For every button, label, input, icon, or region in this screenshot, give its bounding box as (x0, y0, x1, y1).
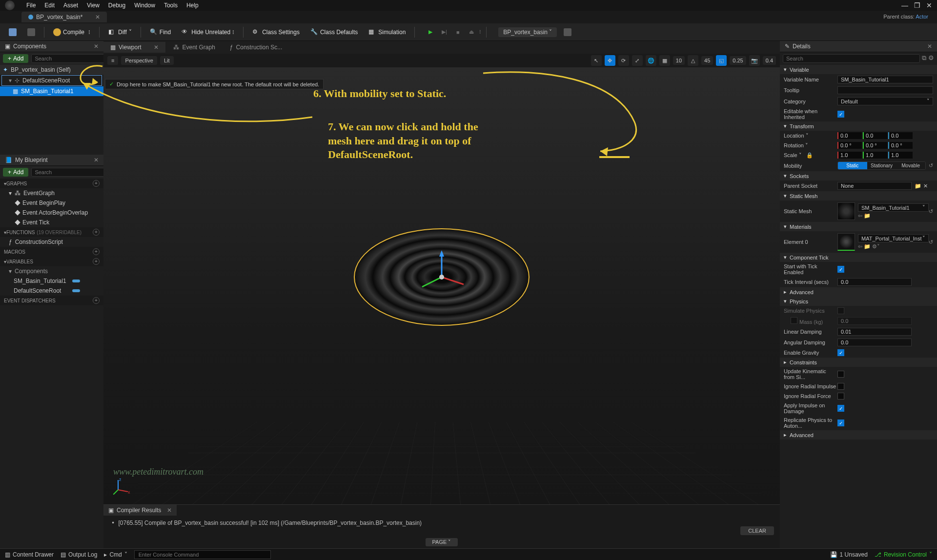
browse-button[interactable] (23, 26, 39, 38)
material-settings-icon[interactable]: ⚙˅ (872, 243, 880, 249)
rotation-z[interactable] (888, 142, 913, 149)
variables-header[interactable]: ▾ VARIABLES+ (0, 257, 103, 266)
add-component-button[interactable]: + Add (3, 54, 28, 63)
blueprint-search-input[interactable] (31, 168, 105, 177)
tab-viewport[interactable]: ▦Viewport ✕ (103, 42, 165, 53)
panel-close-icon[interactable]: ✕ (94, 157, 99, 163)
surface-snap-toggle[interactable]: ▦ (659, 55, 670, 66)
skip-button[interactable]: ▶| (438, 26, 450, 38)
section-materials[interactable]: ▾ Materials (780, 222, 937, 231)
content-drawer-button[interactable]: ▥Content Drawer (5, 551, 54, 558)
eventgraph-item[interactable]: ▾ ⁂ EventGraph (0, 188, 103, 198)
location-y[interactable] (863, 132, 887, 139)
class-defaults-button[interactable]: 🔧Class Defaults (306, 26, 362, 38)
menu-view[interactable]: View (87, 2, 100, 9)
variable-name-field[interactable] (837, 76, 933, 83)
reset-icon[interactable]: ↺ (929, 208, 933, 215)
material-dropdown[interactable]: MAT_Portal_Tutorial_Inst˅ (858, 234, 929, 242)
static-mesh-thumbnail[interactable] (837, 202, 855, 220)
page-button[interactable]: PAGE ˅ (426, 538, 458, 546)
var-default-scene-root[interactable]: DefaultSceneRoot (0, 286, 103, 296)
linear-damping-field[interactable] (837, 328, 912, 336)
perspective-button[interactable]: Perspective (121, 56, 157, 65)
clear-socket-icon[interactable]: ✕ (923, 183, 928, 189)
world-local-toggle[interactable]: 🌐 (646, 55, 656, 66)
menu-debug[interactable]: Debug (108, 2, 125, 9)
section-constraints[interactable]: ▸ Constraints (780, 358, 937, 367)
output-log-button[interactable]: ▤Output Log (61, 551, 97, 558)
unsaved-indicator[interactable]: 💾1 Unsaved (830, 551, 868, 558)
select-tool[interactable]: ↖ (591, 55, 602, 66)
stop-button[interactable]: ■ (452, 26, 464, 38)
lock-icon[interactable]: 🔒 (806, 152, 813, 158)
section-sockets[interactable]: ▾ Sockets (780, 171, 937, 180)
event-beginplay[interactable]: Event BeginPlay (0, 198, 103, 208)
section-static-mesh[interactable]: ▾ Static Mesh (780, 191, 937, 200)
angle-snap-toggle[interactable]: △ (688, 55, 698, 66)
rotate-tool[interactable]: ⟳ (618, 55, 629, 66)
scale-x[interactable] (837, 152, 862, 159)
scale-z[interactable] (888, 152, 913, 159)
find-button[interactable]: 🔍Find (146, 26, 175, 38)
tab-close-icon[interactable]: ✕ (95, 14, 100, 20)
compiler-results-tab[interactable]: ▣ Compiler Results ✕ (103, 505, 177, 516)
component-default-scene-root[interactable]: ▾ ⊹ DefaultSceneRoot (2, 76, 102, 85)
component-sm-basin[interactable]: ▦ SM_Basin_Tutorial1 (0, 86, 103, 96)
use-selected-icon[interactable]: ⇦ (858, 213, 862, 219)
close-icon[interactable]: ✕ (926, 1, 932, 9)
tick-enabled-checkbox[interactable] (837, 266, 844, 273)
simulate-physics-checkbox[interactable] (837, 307, 844, 314)
event-actorbeginoverlap[interactable]: Event ActorBeginOverlap (0, 208, 103, 218)
simulation-button[interactable]: ▦Simulation (365, 26, 409, 38)
console-command-input[interactable] (134, 550, 271, 559)
camera-speed-value[interactable]: 0.4 (763, 56, 776, 65)
update-kinematic-checkbox[interactable] (837, 371, 844, 378)
class-settings-button[interactable]: ⚙Class Settings (248, 26, 304, 38)
section-advanced-physics[interactable]: ▸ Advanced (780, 430, 937, 440)
minimize-icon[interactable]: — (901, 1, 908, 9)
component-self[interactable]: ✦ BP_vortex_basin (Self) (0, 65, 103, 75)
construction-script-item[interactable]: ƒ ConstructionScript (0, 237, 103, 247)
menu-edit[interactable]: Edit (44, 2, 55, 9)
panel-close-icon[interactable]: ✕ (94, 43, 99, 50)
eject-button[interactable]: ⏏ (466, 26, 477, 38)
section-transform[interactable]: ▾ Transform (780, 121, 937, 131)
parent-socket-field[interactable] (837, 182, 912, 190)
enable-gravity-checkbox[interactable] (837, 349, 844, 356)
menu-tools[interactable]: Tools (164, 2, 178, 9)
components-search-input[interactable] (31, 54, 105, 63)
rotation-y[interactable] (863, 142, 887, 149)
add-blueprint-button[interactable]: + Add (3, 168, 28, 177)
diff-button[interactable]: ◧Diff ˅ (104, 26, 136, 38)
transform-gizmo[interactable] (412, 248, 471, 306)
angular-damping-field[interactable] (837, 339, 912, 346)
graphs-header[interactable]: ▾ GRAPHS+ (0, 179, 103, 188)
reset-icon[interactable]: ↺ (929, 239, 933, 245)
browse-socket-icon[interactable]: 📁 (915, 183, 921, 189)
reset-icon[interactable]: ↺ (929, 162, 933, 169)
angle-snap-value[interactable]: 45 (701, 56, 713, 65)
components-panel-tab[interactable]: ▣ Components ✕ (0, 41, 103, 52)
ignore-radial-force-checkbox[interactable] (837, 393, 844, 400)
scale-snap-toggle[interactable]: ◱ (716, 55, 727, 66)
scale-y[interactable] (863, 152, 887, 159)
apply-impulse-damage-checkbox[interactable] (837, 405, 844, 412)
viewport-menu-button[interactable]: ≡ (107, 56, 118, 65)
maximize-icon[interactable]: ❐ (914, 1, 920, 9)
mobility-static[interactable]: Static (838, 162, 867, 169)
blueprint-tab[interactable]: BP_vortex_basin* ✕ (21, 12, 107, 22)
blueprint-dropdown[interactable]: BP_vortex_basin ˅ (498, 27, 557, 37)
section-physics[interactable]: ▾ Physics (780, 297, 937, 306)
play-button[interactable]: ▶ (425, 26, 436, 38)
tooltip-field[interactable] (837, 86, 933, 94)
location-x[interactable] (837, 132, 862, 139)
replicate-physics-checkbox[interactable] (837, 420, 844, 426)
category-dropdown[interactable]: Default˅ (837, 97, 933, 105)
mobility-stationary[interactable]: Stationary (867, 162, 896, 169)
clear-button[interactable]: CLEAR (740, 526, 774, 535)
mobility-segmented[interactable]: Static Stationary Movable (837, 161, 926, 170)
details-search-input[interactable] (783, 54, 920, 63)
functions-header[interactable]: ▾ FUNCTIONS (19 OVERRIDABLE)+ (0, 227, 103, 237)
filter-icon[interactable]: ⧉ (922, 54, 926, 63)
viewport-3d[interactable]: x z 6. With mobility set to Static. 7. W… (103, 67, 780, 504)
